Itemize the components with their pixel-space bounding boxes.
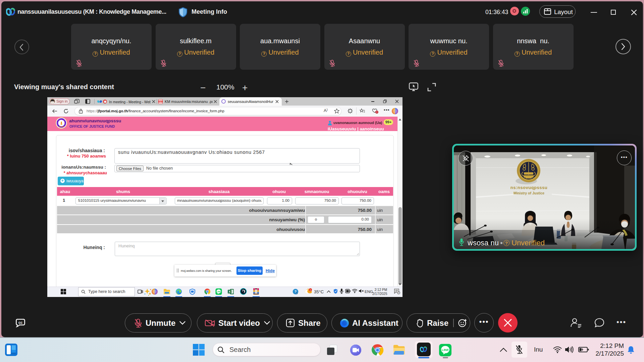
- svg-text:ns:nsovuqpsssu: ns:nsovuqpsssu: [511, 185, 547, 190]
- svg-text:!: !: [376, 111, 377, 113]
- svg-text:Ministry of Justice: Ministry of Justice: [514, 191, 544, 195]
- svg-text:X: X: [228, 290, 230, 293]
- svg-text:7: 7: [398, 292, 399, 294]
- svg-text:LINE: LINE: [217, 291, 221, 293]
- svg-text:!: !: [310, 289, 311, 291]
- svg-text:PDF: PDF: [159, 101, 162, 103]
- svg-text:LINE: LINE: [442, 348, 449, 352]
- svg-text:cc: cc: [18, 320, 22, 324]
